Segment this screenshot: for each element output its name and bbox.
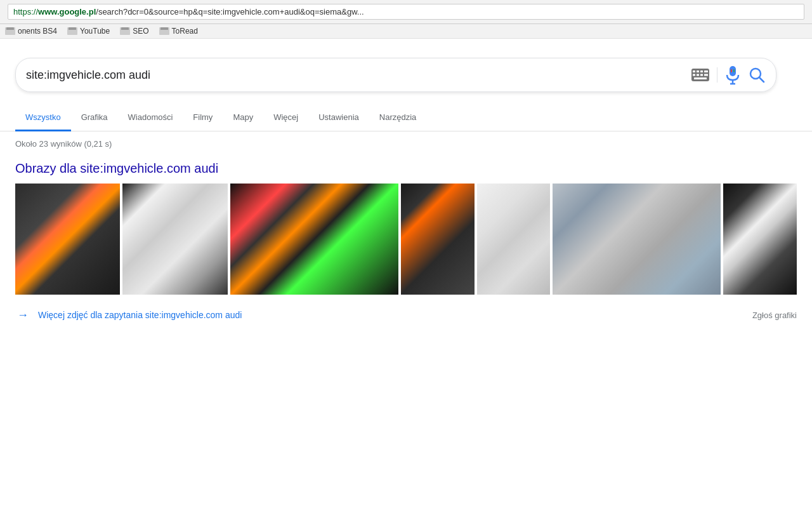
url-scheme: https://	[13, 7, 38, 17]
bookmark-components[interactable]: onents BS4	[5, 27, 57, 36]
image-thumb-1[interactable]	[15, 184, 120, 295]
url-domain: www.google.pl	[38, 7, 96, 17]
page-content: Wszystko Grafika Wiadomości Filmy Mapy W…	[0, 39, 812, 330]
keyboard-icon-button[interactable]	[691, 69, 709, 81]
images-section-title[interactable]: Obrazy dla site:imgvehicle.com audi	[15, 161, 797, 176]
svg-rect-6	[697, 74, 699, 76]
bookmark-label: ToRead	[172, 27, 198, 36]
bookmark-youtube[interactable]: YouTube	[67, 27, 110, 36]
results-count: Około 23 wyników (0,21 s)	[0, 131, 812, 156]
search-input[interactable]	[26, 69, 684, 82]
more-images-link[interactable]: → Więcej zdjęć dla zapytania site:imgveh…	[15, 307, 242, 323]
images-section: Obrazy dla site:imgvehicle.com audi	[0, 156, 812, 300]
url-path: /search?dcr=0&source=hp&q=site:imgvehicl…	[96, 7, 363, 17]
bookmarks-bar: onents BS4 YouTube SEO ToRead	[0, 24, 812, 39]
search-icon-button[interactable]	[748, 66, 766, 84]
search-icon	[748, 66, 766, 84]
image-thumb-6[interactable]	[553, 184, 721, 295]
tab-tools[interactable]: Narzędzia	[369, 105, 427, 131]
svg-rect-5	[693, 74, 695, 76]
image-thumb-5[interactable]	[477, 184, 551, 295]
folder-icon	[5, 27, 15, 35]
svg-line-16	[759, 77, 764, 82]
search-icons	[691, 65, 766, 85]
keyboard-icon	[691, 69, 709, 81]
svg-rect-7	[700, 74, 703, 76]
svg-rect-14	[733, 69, 735, 72]
bookmark-label: SEO	[133, 27, 148, 36]
bookmark-label: YouTube	[80, 27, 110, 36]
microphone-icon-button[interactable]	[725, 65, 740, 85]
bookmark-label: onents BS4	[18, 27, 57, 36]
tab-all[interactable]: Wszystko	[15, 105, 71, 131]
svg-rect-4	[704, 70, 708, 72]
svg-rect-8	[704, 74, 708, 76]
svg-rect-13	[731, 69, 732, 72]
folder-icon	[159, 27, 169, 35]
svg-rect-10	[730, 66, 736, 76]
arrow-right-icon: →	[15, 307, 30, 323]
search-bar	[15, 58, 776, 92]
browser-url-bar: https://www.google.pl/search?dcr=0&sourc…	[0, 0, 812, 24]
tab-more[interactable]: Więcej	[263, 105, 308, 131]
more-images-bar: → Więcej zdjęć dla zapytania site:imgveh…	[0, 300, 812, 330]
folder-icon	[120, 27, 130, 35]
nav-tabs: Wszystko Grafika Wiadomości Filmy Mapy W…	[0, 105, 812, 131]
svg-rect-1	[693, 70, 695, 72]
image-thumb-2[interactable]	[122, 184, 227, 295]
divider	[717, 67, 717, 83]
svg-rect-2	[697, 70, 699, 72]
tab-images[interactable]: Grafika	[71, 105, 118, 131]
tab-news[interactable]: Wiadomości	[118, 105, 183, 131]
search-bar-container	[0, 51, 812, 105]
svg-rect-3	[700, 70, 703, 72]
folder-icon	[67, 27, 77, 35]
tab-maps[interactable]: Mapy	[223, 105, 263, 131]
report-images-link[interactable]: Zgłoś grafiki	[752, 311, 797, 320]
svg-rect-9	[694, 77, 707, 79]
image-thumb-3[interactable]	[230, 184, 398, 295]
tab-videos[interactable]: Filmy	[183, 105, 223, 131]
microphone-icon	[725, 65, 740, 85]
image-thumb-4[interactable]	[401, 184, 475, 295]
bookmark-seo[interactable]: SEO	[120, 27, 148, 36]
url-input[interactable]: https://www.google.pl/search?dcr=0&sourc…	[8, 4, 804, 20]
images-grid	[15, 184, 797, 295]
more-images-text: Więcej zdjęć dla zapytania site:imgvehic…	[38, 310, 242, 320]
tab-settings[interactable]: Ustawienia	[308, 105, 369, 131]
image-thumb-7[interactable]	[723, 184, 797, 295]
bookmark-toread[interactable]: ToRead	[159, 27, 198, 36]
